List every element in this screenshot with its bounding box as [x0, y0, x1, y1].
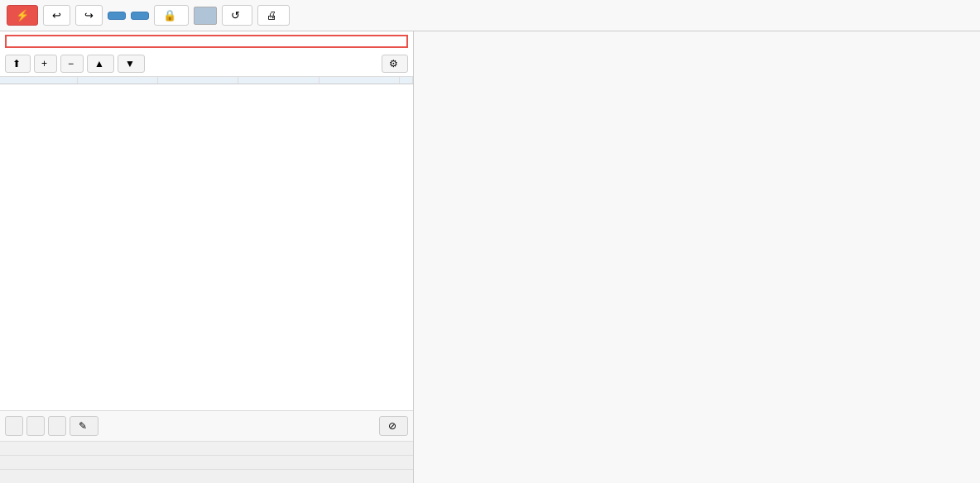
replace-button[interactable]: ✎: [70, 416, 98, 436]
add-icon: +: [41, 58, 47, 69]
angle-column-header: [238, 77, 319, 84]
size-column-header: [78, 77, 158, 84]
wordcloud-svg: [414, 31, 980, 483]
color-column-header: [158, 77, 238, 84]
section-headers: [0, 441, 413, 483]
words-header: [5, 35, 408, 48]
left-panel: ⬆ + − ▲ ▼ ⚙: [0, 31, 414, 483]
up-button[interactable]: ▲: [87, 55, 114, 73]
animate-button[interactable]: [108, 12, 126, 20]
lock-icon: 🔒: [163, 9, 176, 22]
remove-icon: −: [68, 58, 74, 69]
top-toolbar: ⚡ ↩ ↪ 🔒 ↺ 🖨: [0, 0, 980, 31]
color-swatch[interactable]: [194, 7, 217, 25]
import-button[interactable]: ⬆: [5, 55, 31, 73]
down-button[interactable]: ▼: [118, 55, 145, 73]
edit-button[interactable]: [131, 12, 149, 20]
visualize-button[interactable]: ⚡: [7, 5, 38, 26]
lower-button[interactable]: [26, 416, 45, 436]
redo-button[interactable]: ↪: [75, 5, 103, 26]
options-button[interactable]: ⚙: [382, 55, 408, 73]
lock-button[interactable]: 🔒: [154, 5, 189, 26]
replace-icon: ✎: [79, 420, 87, 432]
upper-button[interactable]: [5, 416, 23, 436]
print-button[interactable]: 🖨: [257, 5, 290, 26]
clear-button[interactable]: ⊘: [379, 416, 408, 436]
options-icon: ⚙: [389, 58, 398, 69]
add-button[interactable]: +: [34, 55, 57, 73]
clear-icon: ⊘: [388, 420, 396, 432]
reset-icon: ↺: [231, 9, 240, 22]
words-toolbar: ⬆ + − ▲ ▼ ⚙: [0, 51, 413, 77]
filter-column-header: [0, 77, 78, 84]
font-column-header: [319, 77, 399, 84]
capitalize-button[interactable]: [48, 416, 66, 436]
visualize-icon: ⚡: [16, 9, 29, 22]
fonts-section[interactable]: [0, 455, 413, 469]
undo-button[interactable]: ↩: [43, 5, 70, 26]
wordcloud-panel: [414, 31, 980, 483]
redo-icon: ↪: [84, 9, 94, 22]
print-icon: 🖨: [267, 9, 277, 22]
main-area: ⬆ + − ▲ ▼ ⚙: [0, 31, 980, 483]
reset-button[interactable]: ↺: [222, 5, 252, 26]
up-icon: ▲: [94, 58, 104, 69]
layout-section[interactable]: [0, 469, 413, 483]
import-icon: ⬆: [12, 58, 21, 69]
undo-icon: ↩: [52, 9, 61, 22]
down-icon: ▼: [125, 58, 135, 69]
words-table: [0, 77, 413, 84]
bottom-buttons-row: ✎ ⊘: [0, 410, 413, 441]
shapes-section[interactable]: [0, 441, 413, 455]
remove-button[interactable]: −: [60, 55, 84, 73]
words-table-container[interactable]: [0, 77, 413, 410]
